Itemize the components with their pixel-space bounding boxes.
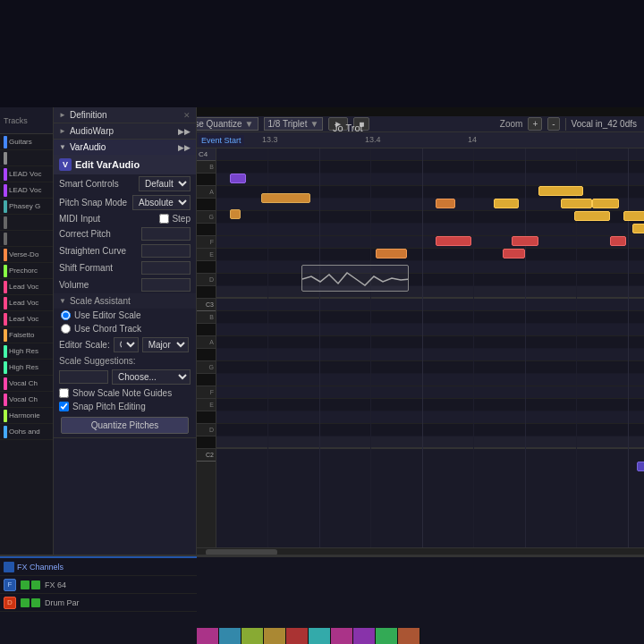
track-item-lead-v3[interactable]: Lead Voc: [0, 311, 53, 327]
show-scale-guides-checkbox[interactable]: [59, 388, 69, 398]
main-container: ◄ Use Quantize ▼ 1/8 Triplet ▼ ► ■ Zoom …: [0, 0, 644, 644]
note-scatter-2[interactable]: [632, 224, 644, 233]
audiowarp-section: ► AudioWarp ▶▶: [54, 123, 196, 140]
varaudio-icon: V: [59, 158, 72, 171]
straighten-curve-input[interactable]: 45 %: [141, 244, 191, 258]
waveform-note[interactable]: [301, 265, 409, 292]
track-item-falsetto[interactable]: Falsetto: [0, 327, 53, 343]
note-2[interactable]: [261, 193, 310, 203]
suggest-value-input[interactable]: 100: [59, 370, 108, 384]
volume-input[interactable]: 0.00 dB: [141, 278, 191, 292]
scale-assistant-title[interactable]: ▼ Scale Assistant: [54, 293, 196, 309]
choose-dropdown[interactable]: Choose...: [112, 369, 191, 385]
track-item-high-res1[interactable]: High Res: [0, 343, 53, 360]
scale-suggestions-label-row: Scale Suggestions:: [54, 354, 196, 368]
note-yellow-5[interactable]: [592, 199, 619, 208]
note-3[interactable]: [230, 209, 241, 219]
snap-pitch-row: Snap Pitch Editing: [54, 400, 196, 413]
pitch-snap-row: Pitch Snap Mode Absolute: [54, 193, 196, 212]
track-item-5[interactable]: [0, 215, 53, 231]
note-scatter-1[interactable]: [623, 211, 644, 221]
snap-pitch-checkbox[interactable]: [59, 402, 69, 411]
correct-pitch-input[interactable]: 100 %: [141, 227, 191, 241]
correct-pitch-row: Correct Pitch 100 %: [54, 225, 196, 242]
marker-14: 14: [465, 135, 477, 144]
use-editor-scale-row: Use Editor Scale: [54, 309, 196, 322]
straighten-curve-row: Straighten Curve 45 %: [54, 242, 196, 259]
varaudio-header[interactable]: ▼ VarAudio ▶▶: [54, 140, 196, 155]
note-scatter-3[interactable]: [610, 236, 626, 246]
step-checkbox[interactable]: [159, 214, 169, 224]
timeline: Event Start 13.3 13.4 14: [197, 132, 644, 148]
note-yellow-4[interactable]: [574, 211, 610, 221]
track-item-vocal-ch2[interactable]: Vocal Ch: [0, 392, 53, 408]
track-item-2[interactable]: [0, 150, 53, 166]
track-item-guitars[interactable]: Guitars: [0, 134, 53, 150]
bottom-section: FX Channels F FX 64 D Drum Par: [0, 555, 644, 644]
scale-type-select[interactable]: Major: [142, 337, 189, 352]
editor-scale-row: Editor Scale: C Major: [54, 335, 196, 354]
event-start: Event Start: [199, 135, 244, 146]
note-orange-3[interactable]: [376, 249, 407, 258]
note-yellow-1[interactable]: [494, 199, 519, 208]
edit-varaudio-btn[interactable]: V Edit VarAudio: [54, 155, 196, 174]
note-orange-4[interactable]: [436, 199, 455, 208]
track-item-verse[interactable]: Verse-Do: [0, 247, 53, 263]
track-item-lead-v2[interactable]: Lead Voc: [0, 295, 53, 311]
shift-formant-row: Shift Formant 0 %: [54, 259, 196, 276]
quantize-pitches-btn[interactable]: Quantize Pitches: [61, 417, 189, 434]
use-editor-scale-radio[interactable]: [61, 310, 71, 320]
track-item-lead-voc-1[interactable]: LEAD Voc: [0, 166, 53, 182]
top-section: ◄ Use Quantize ▼ 1/8 Triplet ▼ ► ■ Zoom …: [0, 0, 644, 107]
use-chord-track-row: Use Chord Track: [54, 322, 196, 335]
audiowarp-header[interactable]: ► AudioWarp ▶▶: [54, 123, 196, 139]
definition-header[interactable]: ► Definition ✕: [54, 107, 196, 123]
suggestions-row: 100 Choose...: [54, 368, 196, 386]
jo-trot-label: Jo Trot: [333, 123, 363, 133]
track-item-high-res2[interactable]: High Res: [0, 360, 53, 376]
note-red-1[interactable]: [436, 236, 471, 246]
track-item-harmonies[interactable]: Harmonie: [0, 408, 53, 424]
note-yellow-3[interactable]: [561, 199, 592, 208]
marker-13-4: 13.4: [362, 135, 381, 144]
track-item-6[interactable]: [0, 231, 53, 247]
fx-64-row[interactable]: F FX 64: [0, 576, 197, 594]
piano-keys: C4 B A G F E D C3 B A G: [197, 148, 216, 555]
varaudio-section: ▼ VarAudio ▶▶ V Edit VarAudio Smart Cont…: [54, 140, 196, 438]
zoom-in-btn[interactable]: +: [528, 117, 542, 131]
smart-controls-select[interactable]: Default: [139, 176, 191, 191]
track-item-phasey[interactable]: Phasey G: [0, 199, 53, 215]
midi-input-row: MIDI Input Step: [54, 212, 196, 225]
track-item-oohs[interactable]: Oohs and: [0, 424, 53, 440]
left-panel: ► Definition ✕ ► AudioWarp ▶▶ ▼ VarAudio…: [54, 107, 197, 555]
track-item-lead-voc-2[interactable]: LEAD Voc: [0, 182, 53, 199]
drum-par-row[interactable]: D Drum Par: [0, 594, 197, 612]
grid-area: [216, 148, 644, 555]
note-1[interactable]: [230, 174, 246, 183]
waveform-svg: [302, 266, 409, 292]
vocal-label: Vocal in_42 0dfs: [572, 119, 637, 129]
note-red-3[interactable]: [503, 249, 525, 258]
quantize-value-select[interactable]: 1/8 Triplet ▼: [264, 117, 324, 131]
zoom-label: Zoom: [500, 119, 523, 129]
note-yellow-2[interactable]: [538, 186, 583, 196]
separator2: [565, 118, 566, 131]
scale-key-select[interactable]: C: [114, 337, 139, 352]
smart-controls-row: Smart Controls Default: [54, 174, 196, 193]
track-item-lead-v1[interactable]: Lead Voc: [0, 279, 53, 295]
shift-formant-input[interactable]: 0 %: [141, 261, 191, 275]
fx-channels-header[interactable]: FX Channels: [0, 558, 197, 576]
pitch-snap-select[interactable]: Absolute: [132, 195, 191, 210]
note-purple-2[interactable]: [637, 462, 644, 471]
note-red-2[interactable]: [512, 236, 538, 246]
use-chord-track-radio[interactable]: [61, 324, 71, 334]
track-item-precho[interactable]: Prechorc: [0, 263, 53, 279]
zoom-out-btn[interactable]: -: [547, 117, 559, 131]
marker-13-3: 13.3: [259, 135, 278, 144]
show-scale-guides-row: Show Scale Note Guides: [54, 386, 196, 400]
volume-row: Volume 0.00 dB: [54, 276, 196, 293]
piano-roll[interactable]: C4 B A G F E D C3 B A G: [197, 148, 644, 555]
definition-section: ► Definition ✕: [54, 107, 196, 123]
track-item-vocal-ch1[interactable]: Vocal Ch: [0, 376, 53, 392]
